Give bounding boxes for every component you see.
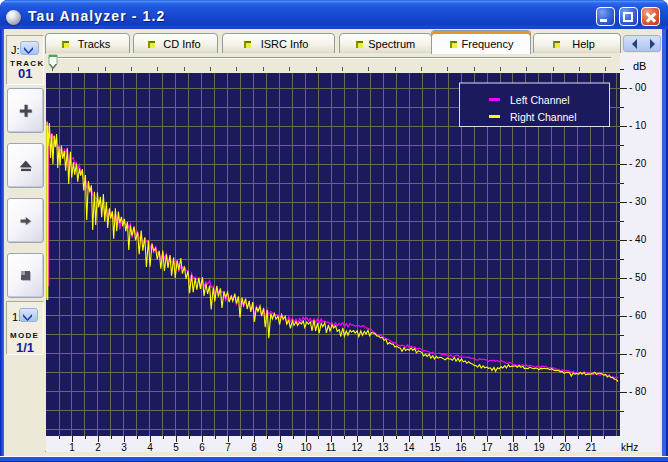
svg-text:Left Channel: Left Channel — [510, 94, 570, 106]
svg-text:Right Channel: Right Channel — [510, 111, 577, 123]
